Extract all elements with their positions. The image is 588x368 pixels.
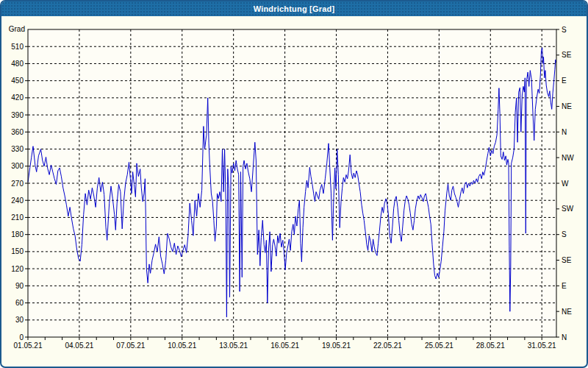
y-left-tick-label: 240 [11, 197, 24, 205]
y-right-tick-label: W [562, 180, 569, 188]
y-left-tick-label: 420 [11, 93, 24, 102]
plot-background [28, 29, 556, 337]
plot-area: 0306090120150180210240270300330360390420… [1, 16, 587, 367]
x-tick-label: 22.05.21 [373, 342, 402, 350]
x-tick-label: 25.05.21 [425, 342, 453, 350]
x-tick-label: 31.05.21 [528, 342, 556, 350]
y-right-tick-label: SW [562, 205, 574, 213]
x-tick-label: 19.05.21 [322, 342, 351, 350]
y-right-tick-label: E [562, 282, 567, 290]
y-left-tick-label: 180 [11, 230, 24, 238]
chart-area: 0306090120150180210240270300330360390420… [1, 16, 587, 367]
window-titlebar: Windrichtung [Grad] [1, 1, 587, 16]
y-axis-unit-label: Grad [9, 25, 25, 33]
y-left-tick-label: 390 [11, 111, 24, 119]
y-left-tick-label: 90 [15, 282, 24, 290]
y-left-tick-label: 300 [11, 162, 24, 170]
y-right-tick-label: NE [562, 102, 572, 110]
y-left-tick-label: 120 [11, 265, 24, 273]
y-right-tick-label: NE [562, 308, 572, 316]
y-left-tick-label: 330 [11, 145, 24, 153]
y-left-tick-label: 360 [11, 128, 24, 136]
y-left-tick-label: 0 [19, 333, 24, 342]
y-right-tick-label: SE [562, 51, 572, 59]
y-right-tick-label: N [562, 128, 567, 136]
y-right-tick-label: S [562, 230, 567, 238]
x-tick-label: 04.05.21 [65, 342, 93, 350]
y-left-tick-label: 450 [11, 77, 24, 85]
x-tick-label: 10.05.21 [168, 342, 196, 350]
x-tick-label: 16.05.21 [270, 342, 299, 350]
y-left-tick-label: 30 [15, 316, 24, 324]
y-right-tick-label: E [562, 77, 567, 85]
y-left-tick-label: 270 [11, 180, 24, 188]
chart-window: Windrichtung [Grad] 03060901201501802102… [0, 0, 588, 368]
y-right-tick-label: N [562, 333, 567, 342]
y-left-tick-label: 210 [11, 213, 24, 222]
y-right-tick-label: NW [562, 154, 574, 162]
y-right-tick-label: SE [562, 256, 572, 264]
window-title: Windrichtung [Grad] [254, 4, 335, 13]
x-tick-label: 13.05.21 [219, 342, 248, 350]
y-left-tick-label: 60 [15, 299, 24, 307]
x-tick-label: 07.05.21 [116, 342, 145, 350]
x-tick-label: 28.05.21 [476, 342, 505, 350]
x-tick-label: 01.05.21 [14, 342, 43, 350]
y-left-tick-label: 150 [11, 247, 24, 255]
y-left-tick-label: 510 [11, 43, 24, 51]
y-left-tick-label: 480 [11, 60, 24, 68]
y-right-tick-label: S [562, 26, 567, 34]
